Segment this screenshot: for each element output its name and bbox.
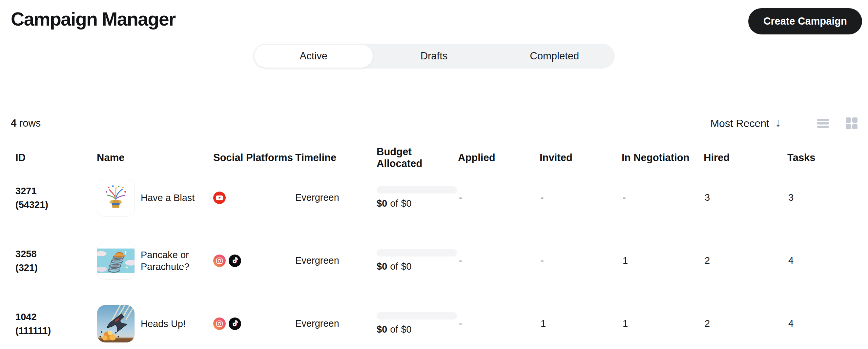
column-header-tasks: Tasks bbox=[787, 152, 858, 164]
campaign-id-sub: (111111) bbox=[16, 324, 97, 338]
campaign-id-sub: (321) bbox=[16, 261, 97, 275]
budget-progress-bar bbox=[377, 312, 457, 319]
campaign-name-cell: Have a Blast bbox=[97, 179, 213, 217]
budget-separator: of bbox=[390, 261, 398, 272]
row-count: 4 rows bbox=[11, 118, 41, 129]
column-header-hired: Hired bbox=[704, 152, 787, 164]
table-row[interactable]: 3271 (54321) bbox=[11, 166, 858, 229]
campaign-id: 3271 (54321) bbox=[11, 184, 97, 212]
grid-view-icon bbox=[845, 117, 858, 130]
column-header-invited: Invited bbox=[539, 152, 622, 164]
campaign-name: Pancake or Parachute? bbox=[141, 249, 200, 273]
hired-value: 2 bbox=[704, 318, 787, 329]
budget-spent: $0 bbox=[377, 198, 387, 209]
tasks-value: 4 bbox=[787, 318, 858, 329]
table-row[interactable]: 3258 (321) bbox=[11, 229, 858, 292]
column-header-in-negotiation: In Negotiation bbox=[622, 152, 704, 164]
budget-text: $0of$0 bbox=[377, 261, 458, 272]
tiktok-icon bbox=[229, 255, 241, 267]
page-title: Campaign Manager bbox=[11, 8, 176, 30]
list-view-button[interactable] bbox=[816, 118, 830, 129]
campaign-name: Have a Blast bbox=[141, 192, 194, 204]
tab-drafts[interactable]: Drafts bbox=[374, 44, 494, 69]
applied-value: - bbox=[458, 255, 539, 266]
budget-spent: $0 bbox=[377, 261, 387, 272]
in-negotiation-value: 1 bbox=[622, 255, 704, 266]
campaign-id: 3258 (321) bbox=[11, 247, 97, 275]
sort-arrow-down-icon: ↓ bbox=[775, 116, 781, 130]
campaign-thumbnail bbox=[97, 305, 135, 343]
budget-text: $0of$0 bbox=[377, 198, 458, 209]
sort-control[interactable]: Most Recent ↓ bbox=[710, 117, 781, 130]
campaigns-table: ID Name Social Platforms Timeline Budget… bbox=[11, 146, 858, 349]
campaign-thumbnail bbox=[97, 242, 135, 280]
table-row[interactable]: 1042 (111111) bbox=[11, 292, 858, 349]
applied-value: - bbox=[458, 318, 539, 329]
campaign-thumbnail bbox=[97, 179, 135, 217]
in-negotiation-value: - bbox=[622, 192, 704, 203]
budget-separator: of bbox=[390, 198, 398, 209]
status-tab-bar: Active Drafts Completed bbox=[253, 44, 615, 69]
column-header-social-platforms: Social Platforms bbox=[213, 152, 295, 164]
invited-value: - bbox=[539, 192, 622, 203]
applied-value: - bbox=[458, 192, 539, 203]
tasks-value: 3 bbox=[787, 192, 858, 203]
instagram-icon bbox=[213, 318, 226, 330]
invited-value: 1 bbox=[539, 318, 622, 329]
social-platforms-cell bbox=[213, 192, 295, 204]
budget-total: $0 bbox=[401, 324, 411, 335]
column-header-name: Name bbox=[97, 152, 213, 164]
row-count-suffix: rows bbox=[17, 118, 41, 129]
toolbar-right: Most Recent ↓ bbox=[710, 117, 858, 130]
tab-active[interactable]: Active bbox=[253, 44, 374, 69]
budget-spent: $0 bbox=[377, 324, 387, 335]
falling-anvil-illustration bbox=[97, 305, 134, 343]
slinky-pancake-illustration bbox=[97, 248, 134, 273]
invited-value: - bbox=[539, 255, 622, 266]
row-count-number: 4 bbox=[11, 118, 17, 129]
sort-label: Most Recent bbox=[710, 118, 769, 130]
budget-total: $0 bbox=[401, 261, 411, 272]
confetti-box-illustration bbox=[104, 185, 127, 211]
campaign-id-main: 1042 bbox=[16, 310, 97, 324]
budget-cell: $0of$0 bbox=[377, 312, 458, 335]
campaign-manager-page: Campaign Manager Create Campaign Active … bbox=[0, 0, 868, 349]
column-header-id: ID bbox=[11, 152, 97, 164]
list-view-icon bbox=[816, 118, 830, 129]
budget-separator: of bbox=[390, 324, 398, 335]
budget-text: $0of$0 bbox=[377, 324, 458, 335]
tab-completed[interactable]: Completed bbox=[494, 44, 615, 69]
campaign-name: Heads Up! bbox=[141, 318, 186, 330]
youtube-icon bbox=[213, 192, 226, 204]
budget-total: $0 bbox=[401, 198, 411, 209]
timeline-value: Evergreen bbox=[295, 192, 377, 203]
in-negotiation-value: 1 bbox=[622, 318, 704, 329]
campaign-id-main: 3271 bbox=[16, 184, 97, 198]
campaign-id-main: 3258 bbox=[16, 247, 97, 261]
hired-value: 2 bbox=[704, 255, 787, 266]
timeline-value: Evergreen bbox=[295, 255, 377, 266]
column-header-applied: Applied bbox=[458, 152, 539, 164]
instagram-icon bbox=[213, 255, 226, 267]
table-toolbar: 4 rows Most Recent ↓ bbox=[11, 116, 858, 131]
grid-view-button[interactable] bbox=[845, 117, 858, 130]
create-campaign-button[interactable]: Create Campaign bbox=[748, 8, 862, 34]
social-platforms-cell bbox=[213, 255, 295, 267]
campaign-name-cell: Pancake or Parachute? bbox=[97, 242, 213, 280]
campaign-id: 1042 (111111) bbox=[11, 310, 97, 338]
budget-progress-bar bbox=[377, 186, 457, 193]
campaign-name-cell: Heads Up! bbox=[97, 305, 213, 343]
campaign-id-sub: (54321) bbox=[16, 198, 97, 212]
social-platforms-cell bbox=[213, 318, 295, 330]
timeline-value: Evergreen bbox=[295, 318, 377, 329]
hired-value: 3 bbox=[704, 192, 787, 203]
budget-cell: $0of$0 bbox=[377, 249, 458, 272]
column-header-budget-allocated: Budget Allocated bbox=[377, 146, 458, 169]
column-header-timeline: Timeline bbox=[295, 152, 377, 164]
tasks-value: 4 bbox=[787, 255, 858, 266]
tiktok-icon bbox=[229, 318, 241, 330]
budget-progress-bar bbox=[377, 249, 457, 256]
budget-cell: $0of$0 bbox=[377, 186, 458, 209]
table-header-row: ID Name Social Platforms Timeline Budget… bbox=[11, 146, 858, 166]
